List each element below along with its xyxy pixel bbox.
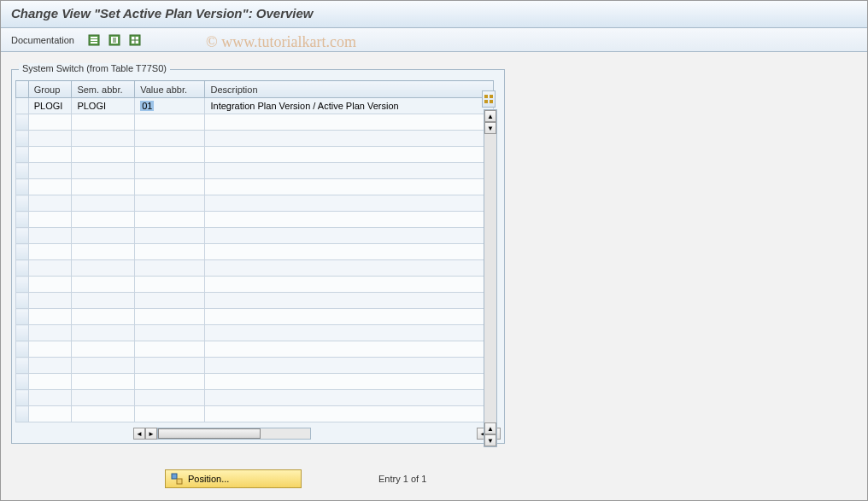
row-selector[interactable]: [16, 114, 29, 131]
table-row[interactable]: [16, 374, 494, 390]
row-selector[interactable]: [16, 309, 29, 325]
table-row[interactable]: [16, 212, 494, 228]
scroll-up-icon[interactable]: ▲: [484, 110, 496, 122]
svg-rect-9: [484, 100, 488, 103]
row-selector[interactable]: [16, 163, 29, 179]
table-row[interactable]: [16, 131, 494, 147]
table-row[interactable]: [16, 390, 494, 406]
scroll-down-bottom-icon[interactable]: ▼: [484, 434, 496, 446]
table-row[interactable]: PLOGI PLOGI 01 Integration Plan Version …: [16, 98, 494, 114]
column-header-value-abbr[interactable]: Value abbr.: [135, 81, 205, 98]
position-icon: [171, 473, 183, 485]
row-selector[interactable]: [16, 147, 29, 163]
svg-rect-8: [490, 95, 493, 98]
table-row[interactable]: [16, 406, 494, 422]
toolbar-icon-1[interactable]: [86, 32, 102, 48]
toolbar: Documentation: [1, 28, 867, 52]
column-header-description[interactable]: Description: [205, 81, 494, 98]
value-abbr-input[interactable]: 01: [140, 101, 154, 111]
scroll-up-bottom-icon[interactable]: ▲: [484, 422, 496, 434]
row-selector[interactable]: [16, 212, 29, 228]
table-row[interactable]: [16, 325, 494, 341]
entry-count-text: Entry 1 of 1: [378, 474, 426, 484]
table-row[interactable]: [16, 147, 494, 163]
row-selector[interactable]: [16, 179, 29, 195]
svg-rect-3: [91, 42, 97, 44]
table-container: Group Sem. abbr. Value abbr. Description…: [15, 80, 501, 422]
hscroll-thumb[interactable]: [158, 428, 261, 439]
row-selector[interactable]: [16, 277, 29, 293]
scroll-right-icon[interactable]: ►: [145, 428, 157, 440]
table-row[interactable]: [16, 358, 494, 374]
horizontal-scrollbar: ◄ ► ◄ ►: [12, 426, 504, 443]
column-header-sem-abbr[interactable]: Sem. abbr.: [72, 81, 135, 98]
hscroll-track[interactable]: [157, 428, 311, 440]
cell-group[interactable]: PLOGI: [28, 98, 72, 114]
cell-sem-abbr[interactable]: PLOGI: [72, 98, 135, 114]
svg-rect-1: [91, 37, 97, 38]
row-selector[interactable]: [16, 341, 29, 358]
table-row[interactable]: [16, 293, 494, 309]
toolbar-icon-3[interactable]: [127, 32, 143, 48]
scroll-down-icon[interactable]: ▼: [484, 122, 496, 134]
row-selector[interactable]: [16, 358, 29, 374]
select-all-header[interactable]: [16, 81, 29, 98]
vertical-scrollbar[interactable]: ▲ ▼ ▲ ▼: [484, 109, 497, 447]
svg-rect-10: [490, 100, 493, 103]
panel-title: System Switch (from Table T77S0): [19, 63, 170, 73]
table-row[interactable]: [16, 228, 494, 244]
row-selector[interactable]: [16, 293, 29, 309]
position-button-label: Position...: [188, 474, 229, 484]
table-row[interactable]: [16, 309, 494, 325]
table-row[interactable]: [16, 277, 494, 293]
row-selector[interactable]: [16, 195, 29, 212]
svg-rect-2: [91, 39, 97, 41]
system-switch-table: Group Sem. abbr. Value abbr. Description…: [15, 80, 494, 422]
row-selector[interactable]: [16, 228, 29, 244]
table-row[interactable]: [16, 244, 494, 260]
row-selector[interactable]: [16, 260, 29, 277]
cell-description[interactable]: Integration Plan Version / Active Plan V…: [205, 98, 494, 114]
footer: Position... Entry 1 of 1: [11, 469, 857, 488]
cell-value-abbr[interactable]: 01: [135, 98, 205, 114]
row-selector[interactable]: [16, 244, 29, 260]
table-row[interactable]: [16, 114, 494, 131]
title-bar: Change View "Set Active Plan Version": O…: [1, 1, 867, 28]
row-selector[interactable]: [16, 406, 29, 422]
row-selector[interactable]: [16, 390, 29, 406]
position-button[interactable]: Position...: [165, 469, 302, 488]
table-row[interactable]: [16, 179, 494, 195]
system-switch-panel: System Switch (from Table T77S0) Group S…: [11, 69, 505, 444]
column-header-group[interactable]: Group: [28, 81, 72, 98]
table-row[interactable]: [16, 260, 494, 277]
documentation-link[interactable]: Documentation: [11, 35, 74, 45]
page-title: Change View "Set Active Plan Version": O…: [11, 6, 314, 20]
row-selector[interactable]: [16, 325, 29, 341]
table-config-icon[interactable]: [482, 90, 496, 108]
table-row[interactable]: [16, 341, 494, 358]
row-selector[interactable]: [16, 98, 29, 114]
svg-rect-12: [177, 479, 182, 484]
table-row[interactable]: [16, 195, 494, 212]
row-selector[interactable]: [16, 374, 29, 390]
row-selector[interactable]: [16, 131, 29, 147]
table-row[interactable]: [16, 163, 494, 179]
toolbar-icon-2[interactable]: [107, 32, 122, 48]
scroll-left-icon[interactable]: ◄: [133, 428, 145, 440]
content-area: System Switch (from Table T77S0) Group S…: [1, 52, 867, 498]
svg-rect-7: [484, 95, 488, 98]
svg-rect-11: [172, 474, 177, 479]
